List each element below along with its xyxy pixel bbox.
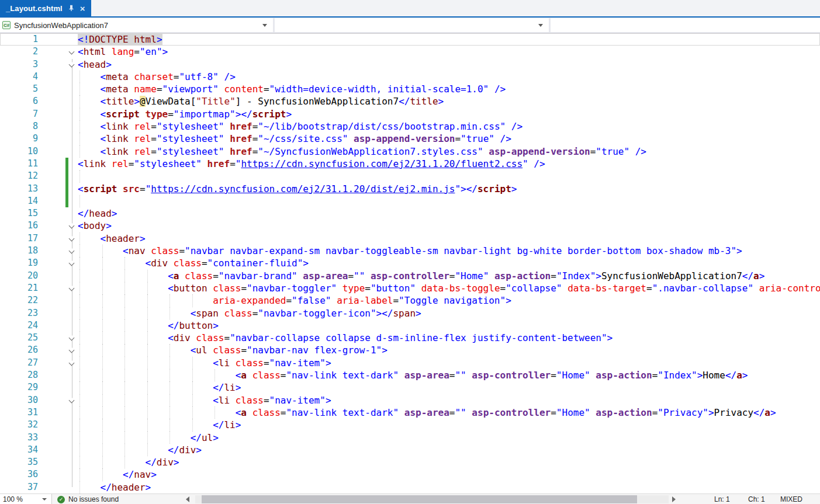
code-text: aria-expanded="false" aria-label="Toggle… [78, 294, 820, 307]
code-line[interactable]: 12 [0, 170, 820, 182]
editor-margin [38, 369, 78, 381]
code-line[interactable]: 15</head> [0, 207, 820, 220]
code-line[interactable]: 5 <meta name="viewport" content="width=d… [0, 83, 820, 95]
line-number: 6 [0, 95, 38, 107]
project-dropdown-value: SyncfusionWebApplication7 [14, 21, 108, 30]
collapse-chevron-icon[interactable] [69, 285, 75, 291]
code-text: </nav> [78, 468, 820, 481]
editor-margin [38, 456, 78, 468]
collapse-chevron-icon[interactable] [69, 397, 75, 403]
code-text: <button class="navbar-toggler" type="but… [78, 282, 820, 294]
editor-margin [38, 481, 78, 493]
editor-margin [38, 120, 78, 133]
code-line[interactable]: 17 <header> [0, 232, 820, 245]
collapse-chevron-icon[interactable] [69, 347, 75, 353]
code-line[interactable]: 35 </div> [0, 456, 820, 468]
editor-margin [38, 46, 78, 58]
code-line[interactable]: 32 </li> [0, 419, 820, 431]
issues-indicator[interactable]: ✓ No issues found [57, 494, 119, 504]
code-line[interactable]: 33 </ul> [0, 432, 820, 444]
code-line[interactable]: 20 <a class="navbar-brand" asp-area="" a… [0, 270, 820, 282]
chevron-down-icon [42, 498, 47, 500]
code-line[interactable]: 22 aria-expanded="false" aria-label="Tog… [0, 294, 820, 307]
code-line[interactable]: 29 </li> [0, 381, 820, 394]
code-line[interactable]: 4 <meta charset="utf-8" /> [0, 71, 820, 83]
code-line[interactable]: 2<html lang="en"> [0, 46, 820, 58]
code-line[interactable]: 10 <link rel="stylesheet" href="~/Syncfu… [0, 145, 820, 158]
project-dropdown[interactable]: C# SyncfusionWebApplication7 [0, 18, 273, 32]
code-line[interactable]: 1<!DOCTYPE html> [0, 33, 820, 46]
collapse-chevron-icon[interactable] [69, 248, 75, 254]
line-number: 1 [0, 33, 38, 46]
chevron-down-icon [538, 24, 543, 27]
scroll-left-icon[interactable] [186, 496, 189, 502]
code-line[interactable]: 24 </button> [0, 319, 820, 332]
code-line[interactable]: 6 <title>@ViewData["Title"] - Syncfusion… [0, 95, 820, 107]
code-line[interactable]: 26 <ul class="navbar-nav flex-grow-1"> [0, 344, 820, 356]
code-line[interactable]: 36 </nav> [0, 468, 820, 481]
editor-margin [38, 468, 78, 481]
code-line[interactable]: 7 <script type="importmap"></script> [0, 108, 820, 120]
scroll-right-icon[interactable] [672, 496, 676, 502]
code-line[interactable]: 30 <li class="nav-item"> [0, 394, 820, 406]
line-number: 10 [0, 145, 38, 158]
code-text: <li class="nav-item"> [78, 357, 820, 369]
collapse-chevron-icon[interactable] [69, 49, 75, 55]
code-text: </header> [78, 481, 820, 493]
code-text: </div> [78, 456, 820, 468]
code-line[interactable]: 21 <button class="navbar-toggler" type="… [0, 282, 820, 294]
collapse-chevron-icon[interactable] [69, 360, 75, 366]
zoom-select[interactable]: 100 % [0, 494, 52, 504]
line-number: 15 [0, 207, 38, 220]
code-line[interactable]: 14 [0, 195, 820, 207]
editor-margin [38, 232, 78, 245]
line-number: 13 [0, 183, 38, 195]
code-line[interactable]: 11<link rel="stylesheet" href="https://c… [0, 158, 820, 170]
line-number: 33 [0, 432, 38, 444]
code-text: <link rel="stylesheet" href="https://cdn… [78, 158, 820, 170]
scrollbar-thumb[interactable] [202, 495, 637, 503]
document-tab[interactable]: _Layout.cshtml × [0, 0, 91, 16]
line-number: 7 [0, 108, 38, 120]
type-dropdown[interactable] [275, 18, 549, 32]
line-number: 16 [0, 220, 38, 232]
code-text: <ul class="navbar-nav flex-grow-1"> [78, 344, 820, 356]
editor-margin [38, 419, 78, 431]
code-line[interactable]: 27 <li class="nav-item"> [0, 357, 820, 369]
line-number: 19 [0, 257, 38, 269]
h-scrollbar[interactable] [195, 495, 669, 503]
code-editor[interactable]: 1<!DOCTYPE html>2<html lang="en">3<head>… [0, 33, 820, 493]
code-text: <title>@ViewData["Title"] - SyncfusionWe… [78, 95, 820, 107]
collapse-chevron-icon[interactable] [69, 260, 75, 266]
pin-icon[interactable] [68, 5, 75, 12]
encoding-indicator: MIXED [780, 495, 802, 503]
line-number: 22 [0, 294, 38, 307]
code-line[interactable]: 34 </div> [0, 444, 820, 456]
code-text: <link rel="stylesheet" href="~/lib/boots… [78, 120, 820, 133]
editor-margin [38, 133, 78, 145]
code-text: <script type="importmap"></script> [78, 108, 820, 120]
code-line[interactable]: 9 <link rel="stylesheet" href="~/css/sit… [0, 133, 820, 145]
code-line[interactable]: 37 </header> [0, 481, 820, 493]
code-text: <div class="container-fluid"> [78, 257, 820, 269]
code-line[interactable]: 3<head> [0, 58, 820, 71]
collapse-chevron-icon[interactable] [69, 61, 75, 67]
line-number: 26 [0, 344, 38, 356]
code-line[interactable]: 25 <div class="navbar-collapse collapse … [0, 332, 820, 344]
collapse-chevron-icon[interactable] [69, 235, 75, 241]
code-line[interactable]: 19 <div class="container-fluid"> [0, 257, 820, 269]
collapse-chevron-icon[interactable] [69, 223, 75, 229]
code-line[interactable]: 23 <span class="navbar-toggler-icon"></s… [0, 307, 820, 319]
check-icon: ✓ [57, 496, 65, 503]
code-line[interactable]: 13<script src="https://cdn.syncfusion.co… [0, 183, 820, 195]
code-line[interactable]: 18 <nav class="navbar navbar-expand-sm n… [0, 245, 820, 257]
collapse-chevron-icon[interactable] [69, 335, 75, 341]
code-line[interactable]: 16<body> [0, 220, 820, 232]
member-dropdown[interactable] [551, 18, 820, 32]
close-icon[interactable]: × [80, 4, 85, 13]
code-line[interactable]: 8 <link rel="stylesheet" href="~/lib/boo… [0, 120, 820, 133]
code-line[interactable]: 28 <a class="nav-link text-dark" asp-are… [0, 369, 820, 381]
code-line[interactable]: 31 <a class="nav-link text-dark" asp-are… [0, 406, 820, 419]
code-text: </li> [78, 381, 820, 394]
code-text: <link rel="stylesheet" href="~/css/site.… [78, 133, 820, 145]
